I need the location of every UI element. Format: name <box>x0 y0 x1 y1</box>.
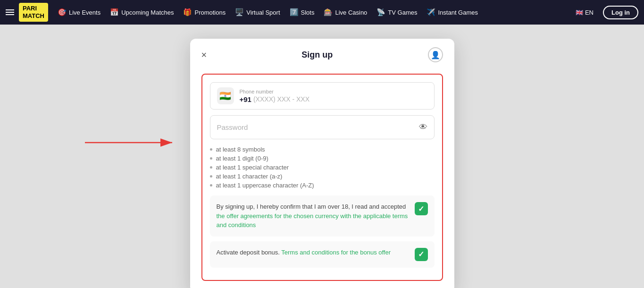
req-item-1: at least 8 symbols <box>210 146 435 153</box>
instant-games-icon: ✈️ <box>427 8 435 17</box>
req-dot-2 <box>210 157 212 160</box>
agreement1-checkbox[interactable]: ✓ <box>415 202 428 215</box>
flag-icon: 🇬🇧 <box>576 9 583 16</box>
close-button[interactable]: × <box>201 50 207 59</box>
password-placeholder: Password <box>217 123 419 131</box>
req-dot-4 <box>210 175 212 178</box>
agreement1-text-before: By signing up, I hereby confirm that I a… <box>217 203 406 210</box>
req-text-2: at least 1 digit (0-9) <box>216 155 268 162</box>
agreement-box-1: By signing up, I hereby confirm that I a… <box>210 195 435 237</box>
nav-item-live-events[interactable]: 🎯 Live Events <box>54 0 104 25</box>
india-flag-icon: 🇮🇳 <box>219 90 231 102</box>
phone-field[interactable]: 🇮🇳 Phone number +91 (XXXX) XXX - XXX <box>210 82 435 110</box>
req-item-4: at least 1 character (a-z) <box>210 173 435 180</box>
nav-label-slots: Slots <box>301 9 315 16</box>
phone-code: +91 <box>240 95 251 103</box>
modal-title: Sign up <box>301 50 333 60</box>
help-button[interactable]: 👤 <box>428 47 443 62</box>
agreement-text-1: By signing up, I hereby confirm that I a… <box>217 202 409 230</box>
phone-label: Phone number <box>240 89 310 94</box>
signup-modal: × Sign up 👤 🇮🇳 Phone number +91 (X <box>190 39 454 288</box>
promotions-icon: 🎁 <box>183 8 192 17</box>
req-text-5: at least 1 uppercase character (A-Z) <box>216 182 314 189</box>
modal-body: 🇮🇳 Phone number +91 (XXXX) XXX - XXX Pas… <box>190 69 454 288</box>
form-box: 🇮🇳 Phone number +91 (XXXX) XXX - XXX Pas… <box>201 74 443 281</box>
agreement2-checkbox[interactable]: ✓ <box>415 248 428 261</box>
nav-label-live-events: Live Events <box>69 9 100 16</box>
phone-input-row: +91 (XXXX) XXX - XXX <box>240 95 310 103</box>
live-casino-icon: 🎰 <box>324 8 333 17</box>
req-item-2: at least 1 digit (0-9) <box>210 155 435 162</box>
agreement1-link[interactable]: the offer agreements for the chosen curr… <box>217 212 408 229</box>
nav-label-tv-games: TV Games <box>388 9 417 16</box>
nav-item-slots[interactable]: 7️⃣ Slots <box>286 0 318 25</box>
country-flag[interactable]: 🇮🇳 <box>217 87 234 104</box>
language-selector[interactable]: 🇬🇧 EN <box>572 9 597 16</box>
phone-placeholder: (XXXX) XXX - XXX <box>253 95 309 103</box>
nav-item-promotions[interactable]: 🎁 Promotions <box>179 0 229 25</box>
logo-subtext: MATCH <box>23 12 44 20</box>
nav-item-tv-games[interactable]: 📡 TV Games <box>373 0 421 25</box>
password-field[interactable]: Password 👁 <box>210 115 435 139</box>
req-dot-3 <box>210 166 212 169</box>
eye-icon[interactable]: 👁 <box>419 122 427 132</box>
hamburger-menu[interactable] <box>6 9 14 15</box>
virtual-sport-icon: 🖥️ <box>235 8 244 17</box>
req-dot-5 <box>210 184 212 186</box>
pointer-arrow <box>85 133 179 152</box>
req-dot-1 <box>210 148 212 151</box>
req-text-1: at least 8 symbols <box>216 146 265 153</box>
navbar: PARI MATCH 🎯 Live Events 📅 Upcoming Matc… <box>0 0 644 25</box>
help-icon: 👤 <box>431 51 440 59</box>
nav-item-virtual-sport[interactable]: 🖥️ Virtual Sport <box>231 0 284 25</box>
req-text-4: at least 1 character (a-z) <box>216 173 283 180</box>
nav-item-instant-games[interactable]: ✈️ Instant Games <box>423 0 482 25</box>
lang-label: EN <box>585 9 594 16</box>
req-item-3: at least 1 special character <box>210 164 435 171</box>
logo-text: PARI <box>23 5 44 12</box>
req-text-3: at least 1 special character <box>216 164 289 171</box>
tv-games-icon: 📡 <box>376 8 385 17</box>
phone-info: Phone number +91 (XXXX) XXX - XXX <box>240 89 310 103</box>
nav-label-upcoming-matches: Upcoming Matches <box>121 9 174 16</box>
main-content: × Sign up 👤 🇮🇳 Phone number +91 (X <box>0 25 644 288</box>
agreement2-text-before: Activate deposit bonus. <box>217 249 282 256</box>
nav-item-live-casino[interactable]: 🎰 Live Casino <box>320 0 371 25</box>
password-requirements: at least 8 symbols at least 1 digit (0-9… <box>210 146 435 189</box>
live-events-icon: 🎯 <box>58 8 67 17</box>
req-item-5: at least 1 uppercase character (A-Z) <box>210 182 435 189</box>
agreement2-link[interactable]: Terms and conditions for the bonus offer <box>281 249 391 256</box>
logo[interactable]: PARI MATCH <box>19 3 48 21</box>
modal-header: × Sign up 👤 <box>190 39 454 69</box>
upcoming-matches-icon: 📅 <box>110 8 119 17</box>
login-button[interactable]: Log in <box>603 6 638 19</box>
nav-label-live-casino: Live Casino <box>335 9 367 16</box>
nav-label-instant-games: Instant Games <box>438 9 478 16</box>
agreement-box-2: Activate deposit bonus. Terms and condit… <box>210 241 435 268</box>
nav-label-promotions: Promotions <box>194 9 226 16</box>
nav-label-virtual-sport: Virtual Sport <box>246 9 280 16</box>
nav-item-upcoming-matches[interactable]: 📅 Upcoming Matches <box>106 0 177 25</box>
agreement-text-2: Activate deposit bonus. Terms and condit… <box>217 248 409 257</box>
slots-icon: 7️⃣ <box>290 8 299 17</box>
